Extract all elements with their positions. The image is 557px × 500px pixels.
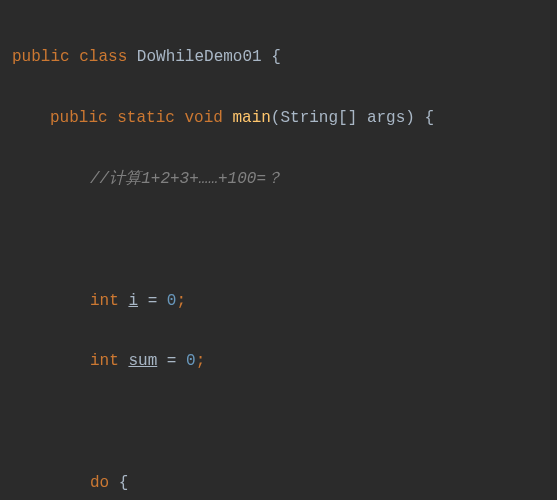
keyword-public: public [12, 48, 70, 66]
comment: //计算1+2+3+……+100=？ [90, 170, 282, 188]
code-line-6[interactable]: do { [4, 468, 557, 498]
var-sum: sum [128, 352, 157, 370]
code-line-blank[interactable] [4, 225, 557, 255]
brace-open: { [109, 474, 128, 492]
method-params: (String[] args) { [271, 109, 434, 127]
keyword-public: public [50, 109, 108, 127]
code-editor[interactable]: public class DoWhileDemo01 { public stat… [0, 12, 557, 500]
code-line-5[interactable]: int sum = 0; [4, 346, 557, 376]
keyword-int: int [90, 292, 119, 310]
semicolon: ; [196, 352, 206, 370]
number-zero: 0 [167, 292, 177, 310]
equals: = [138, 292, 167, 310]
code-line-blank[interactable] [4, 407, 557, 437]
keyword-static: static [117, 109, 175, 127]
equals: = [157, 352, 186, 370]
keyword-void: void [184, 109, 222, 127]
number-zero: 0 [186, 352, 196, 370]
keyword-int: int [90, 352, 119, 370]
brace-open: { [262, 48, 281, 66]
var-i: i [128, 292, 138, 310]
code-line-4[interactable]: int i = 0; [4, 286, 557, 316]
keyword-class: class [79, 48, 127, 66]
semicolon: ; [176, 292, 186, 310]
method-name: main [232, 109, 270, 127]
keyword-do: do [90, 474, 109, 492]
code-line-2[interactable]: public static void main(String[] args) { [4, 103, 557, 133]
class-name: DoWhileDemo01 [137, 48, 262, 66]
code-line-1[interactable]: public class DoWhileDemo01 { [4, 42, 557, 72]
code-line-3[interactable]: //计算1+2+3+……+100=？ [4, 164, 557, 194]
